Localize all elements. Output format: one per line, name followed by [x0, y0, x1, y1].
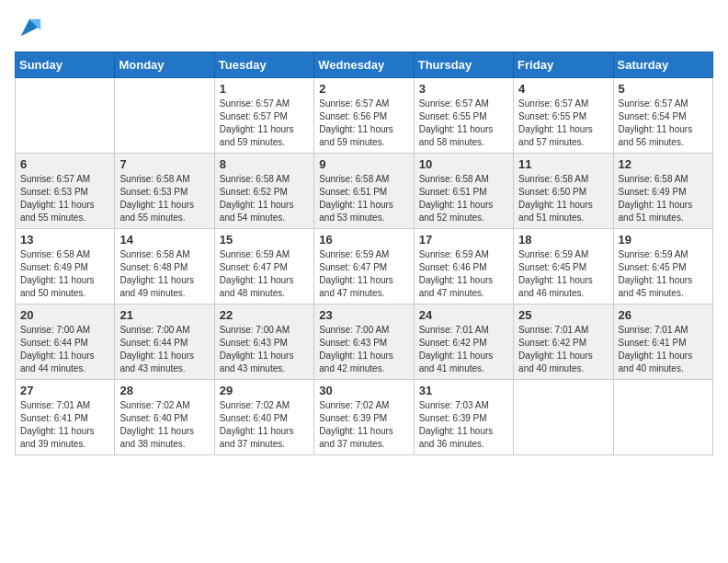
calendar-cell: 27Sunrise: 7:01 AMSunset: 6:41 PMDayligh… — [16, 380, 115, 455]
day-number: 1 — [220, 82, 309, 96]
day-number: 29 — [220, 384, 309, 397]
day-number: 12 — [619, 157, 708, 171]
calendar-header-tuesday: Tuesday — [214, 52, 313, 78]
day-info: Sunrise: 6:58 AMSunset: 6:52 PMDaylight:… — [220, 173, 309, 224]
calendar-cell: 30Sunrise: 7:02 AMSunset: 6:39 PMDayligh… — [314, 380, 414, 455]
day-number: 5 — [619, 82, 708, 96]
day-info: Sunrise: 7:02 AMSunset: 6:40 PMDaylight:… — [119, 399, 209, 451]
calendar-cell: 11Sunrise: 6:58 AMSunset: 6:50 PMDayligh… — [514, 154, 613, 229]
calendar-week-2: 6Sunrise: 6:57 AMSunset: 6:53 PMDaylight… — [16, 154, 713, 229]
day-number: 22 — [220, 308, 309, 322]
calendar-header-wednesday: Wednesday — [314, 52, 414, 78]
day-info: Sunrise: 6:58 AMSunset: 6:51 PMDaylight:… — [419, 173, 508, 224]
day-info: Sunrise: 6:59 AMSunset: 6:45 PMDaylight:… — [619, 248, 708, 300]
day-number: 27 — [20, 384, 109, 397]
calendar-cell: 19Sunrise: 6:59 AMSunset: 6:45 PMDayligh… — [613, 229, 712, 304]
calendar-cell: 31Sunrise: 7:03 AMSunset: 6:39 PMDayligh… — [414, 380, 513, 455]
calendar-cell: 21Sunrise: 7:00 AMSunset: 6:44 PMDayligh… — [115, 304, 214, 380]
calendar-cell: 17Sunrise: 6:59 AMSunset: 6:46 PMDayligh… — [414, 229, 513, 304]
day-info: Sunrise: 6:58 AMSunset: 6:49 PMDaylight:… — [20, 248, 109, 300]
calendar-header-row: SundayMondayTuesdayWednesdayThursdayFrid… — [16, 52, 713, 78]
calendar-cell — [514, 380, 613, 455]
day-info: Sunrise: 6:59 AMSunset: 6:45 PMDaylight:… — [518, 248, 608, 300]
day-number: 21 — [119, 308, 209, 322]
day-number: 23 — [319, 308, 408, 322]
calendar-cell: 12Sunrise: 6:58 AMSunset: 6:49 PMDayligh… — [613, 154, 712, 229]
calendar-cell: 15Sunrise: 6:59 AMSunset: 6:47 PMDayligh… — [214, 229, 313, 304]
calendar-header-monday: Monday — [115, 52, 214, 78]
day-number: 16 — [319, 233, 408, 247]
calendar-cell: 4Sunrise: 6:57 AMSunset: 6:55 PMDaylight… — [514, 78, 613, 154]
page-header — [15, 15, 713, 40]
day-number: 13 — [20, 233, 109, 247]
day-info: Sunrise: 6:59 AMSunset: 6:47 PMDaylight:… — [220, 248, 309, 300]
day-info: Sunrise: 7:00 AMSunset: 6:44 PMDaylight:… — [20, 324, 109, 375]
day-info: Sunrise: 7:02 AMSunset: 6:39 PMDaylight:… — [319, 399, 408, 451]
calendar-cell: 22Sunrise: 7:00 AMSunset: 6:43 PMDayligh… — [214, 304, 313, 380]
day-info: Sunrise: 7:00 AMSunset: 6:43 PMDaylight:… — [319, 324, 408, 375]
day-number: 15 — [220, 233, 309, 247]
calendar-cell: 1Sunrise: 6:57 AMSunset: 6:57 PMDaylight… — [214, 78, 313, 154]
day-number: 14 — [119, 233, 209, 247]
day-number: 28 — [119, 384, 209, 397]
day-info: Sunrise: 6:58 AMSunset: 6:53 PMDaylight:… — [119, 173, 209, 224]
calendar-cell — [613, 380, 712, 455]
day-info: Sunrise: 6:58 AMSunset: 6:51 PMDaylight:… — [319, 173, 408, 224]
day-info: Sunrise: 6:58 AMSunset: 6:49 PMDaylight:… — [619, 173, 708, 224]
day-number: 31 — [419, 384, 508, 397]
calendar-cell: 29Sunrise: 7:02 AMSunset: 6:40 PMDayligh… — [214, 380, 313, 455]
day-info: Sunrise: 7:01 AMSunset: 6:41 PMDaylight:… — [20, 399, 109, 451]
day-number: 17 — [419, 233, 508, 247]
calendar-cell: 6Sunrise: 6:57 AMSunset: 6:53 PMDaylight… — [16, 154, 115, 229]
calendar-cell: 16Sunrise: 6:59 AMSunset: 6:47 PMDayligh… — [314, 229, 414, 304]
day-info: Sunrise: 7:00 AMSunset: 6:44 PMDaylight:… — [119, 324, 209, 375]
day-number: 3 — [419, 82, 508, 96]
day-info: Sunrise: 7:00 AMSunset: 6:43 PMDaylight:… — [220, 324, 309, 375]
day-number: 6 — [20, 157, 109, 171]
calendar-cell: 28Sunrise: 7:02 AMSunset: 6:40 PMDayligh… — [115, 380, 214, 455]
calendar-cell — [115, 78, 214, 154]
calendar: SundayMondayTuesdayWednesdayThursdayFrid… — [15, 52, 713, 455]
day-info: Sunrise: 6:57 AMSunset: 6:53 PMDaylight:… — [20, 173, 109, 224]
calendar-week-5: 27Sunrise: 7:01 AMSunset: 6:41 PMDayligh… — [16, 380, 713, 455]
day-number: 30 — [319, 384, 408, 397]
calendar-cell: 24Sunrise: 7:01 AMSunset: 6:42 PMDayligh… — [414, 304, 513, 380]
calendar-cell: 23Sunrise: 7:00 AMSunset: 6:43 PMDayligh… — [314, 304, 414, 380]
day-number: 19 — [619, 233, 708, 247]
day-info: Sunrise: 6:57 AMSunset: 6:55 PMDaylight:… — [518, 98, 608, 149]
calendar-cell: 18Sunrise: 6:59 AMSunset: 6:45 PMDayligh… — [514, 229, 613, 304]
logo — [15, 15, 42, 40]
calendar-cell: 7Sunrise: 6:58 AMSunset: 6:53 PMDaylight… — [115, 154, 214, 229]
day-info: Sunrise: 7:01 AMSunset: 6:42 PMDaylight:… — [419, 324, 508, 375]
day-number: 9 — [319, 157, 408, 171]
calendar-header-saturday: Saturday — [613, 52, 712, 78]
calendar-cell: 14Sunrise: 6:58 AMSunset: 6:48 PMDayligh… — [115, 229, 214, 304]
day-info: Sunrise: 7:02 AMSunset: 6:40 PMDaylight:… — [220, 399, 309, 451]
calendar-cell: 20Sunrise: 7:00 AMSunset: 6:44 PMDayligh… — [16, 304, 115, 380]
calendar-cell: 9Sunrise: 6:58 AMSunset: 6:51 PMDaylight… — [314, 154, 414, 229]
calendar-week-1: 1Sunrise: 6:57 AMSunset: 6:57 PMDaylight… — [16, 78, 713, 154]
calendar-week-4: 20Sunrise: 7:00 AMSunset: 6:44 PMDayligh… — [16, 304, 713, 380]
day-info: Sunrise: 6:57 AMSunset: 6:57 PMDaylight:… — [220, 98, 309, 149]
day-number: 26 — [619, 308, 708, 322]
day-number: 20 — [20, 308, 109, 322]
day-number: 8 — [220, 157, 309, 171]
calendar-cell: 5Sunrise: 6:57 AMSunset: 6:54 PMDaylight… — [613, 78, 712, 154]
calendar-cell — [16, 78, 115, 154]
calendar-cell: 10Sunrise: 6:58 AMSunset: 6:51 PMDayligh… — [414, 154, 513, 229]
day-number: 4 — [518, 82, 608, 96]
day-number: 7 — [119, 157, 209, 171]
calendar-cell: 3Sunrise: 6:57 AMSunset: 6:55 PMDaylight… — [414, 78, 513, 154]
calendar-cell: 2Sunrise: 6:57 AMSunset: 6:56 PMDaylight… — [314, 78, 414, 154]
calendar-cell: 8Sunrise: 6:58 AMSunset: 6:52 PMDaylight… — [214, 154, 313, 229]
calendar-week-3: 13Sunrise: 6:58 AMSunset: 6:49 PMDayligh… — [16, 229, 713, 304]
day-info: Sunrise: 6:57 AMSunset: 6:56 PMDaylight:… — [319, 98, 408, 149]
day-info: Sunrise: 6:58 AMSunset: 6:48 PMDaylight:… — [119, 248, 209, 300]
day-info: Sunrise: 6:57 AMSunset: 6:54 PMDaylight:… — [619, 98, 708, 149]
day-number: 11 — [518, 157, 608, 171]
day-number: 24 — [419, 308, 508, 322]
calendar-header-friday: Friday — [514, 52, 613, 78]
day-info: Sunrise: 6:59 AMSunset: 6:47 PMDaylight:… — [319, 248, 408, 300]
day-info: Sunrise: 7:01 AMSunset: 6:41 PMDaylight:… — [619, 324, 708, 375]
calendar-header-sunday: Sunday — [16, 52, 115, 78]
